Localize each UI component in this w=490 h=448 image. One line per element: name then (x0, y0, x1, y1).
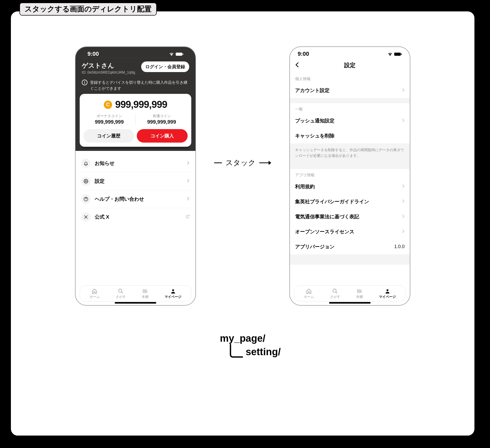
x-logo-icon (81, 212, 91, 222)
svg-rect-9 (394, 53, 401, 56)
svg-point-4 (86, 200, 86, 200)
svg-rect-10 (401, 53, 402, 55)
section-personal: 個人情報 (290, 73, 410, 83)
status-icons (169, 51, 183, 57)
svg-point-11 (333, 289, 336, 292)
coin-buy-button[interactable]: コイン購入 (137, 129, 188, 143)
paid-coin-value: 999,999,999 (136, 119, 188, 125)
bonus-coin-value: 999,999,999 (83, 119, 135, 125)
home-indicator (115, 302, 156, 304)
tab-search[interactable]: さがす (116, 288, 126, 299)
row-telecom-label: 電気通信事業法に基づく表記 (295, 213, 359, 220)
row-version-value: 1.0.0 (394, 244, 405, 249)
tab-home[interactable]: ホーム (304, 288, 314, 299)
svg-point-6 (172, 289, 174, 291)
tab-shelf[interactable]: 本棚 (142, 288, 148, 299)
row-terms-label: 利用規約 (295, 183, 315, 190)
phone-mypage: 9:00 ゲストさん ID: 0eS8zm5RE2qKKURM_1q9g ログイ… (75, 46, 196, 306)
dir-mypage: my_page/ (220, 333, 265, 344)
row-clear-cache[interactable]: キャッシュを削除 (290, 128, 410, 143)
status-bar: 9:00 (290, 47, 410, 59)
tab-home-label: ホーム (304, 295, 314, 299)
chevron-right-icon (187, 197, 190, 202)
row-version: アプリバージョン 1.0.0 (290, 239, 410, 254)
coin-icon: C (104, 101, 112, 109)
bonus-coin-label: ボーナスコイン (83, 114, 135, 118)
menu-help[interactable]: ヘルプ・お問い合わせ (80, 190, 191, 208)
info-icon: i (82, 80, 87, 85)
row-terms[interactable]: 利用規約 (290, 179, 410, 194)
menu-notice-label: お知らせ (95, 160, 182, 167)
cache-note: キャッシュデータを削除すると、作品の再閲覧時にデータの再ダウンロードが必要になる… (290, 143, 410, 164)
chevron-right-icon (402, 88, 405, 93)
tab-home[interactable]: ホーム (90, 288, 100, 299)
tab-shelf-label: 本棚 (142, 295, 148, 299)
coin-history-button[interactable]: コイン履歴 (83, 129, 134, 143)
chevron-right-icon (402, 229, 405, 235)
row-account-label: アカウント設定 (295, 87, 330, 94)
guest-name: ゲストさん (82, 61, 135, 70)
tab-search-label: さがす (116, 295, 126, 299)
row-telecom[interactable]: 電気通信事業法に基づく表記 (290, 209, 410, 224)
svg-point-2 (85, 181, 87, 182)
phone-settings: 9:00 設定 個人情報 アカウント設定 一般 プッシュ通知設定 (289, 46, 410, 306)
tab-search[interactable]: さがす (330, 288, 340, 299)
directory-tree: my_page/ setting/ (11, 333, 474, 360)
row-push[interactable]: プッシュ通知設定 (290, 113, 410, 128)
coin-card: C 999,999,999 ボーナスコイン 999,999,999 有償コイン … (80, 94, 191, 147)
coin-total: 999,999,999 (115, 99, 167, 110)
row-push-label: プッシュ通知設定 (295, 117, 335, 124)
paid-coin-label: 有償コイン (136, 114, 188, 118)
status-time: 9:00 (298, 51, 309, 57)
guest-id: ID: 0eS8zm5RE2qKKURM_1q9g (82, 70, 135, 74)
login-register-button[interactable]: ログイン・会員登録 (141, 61, 189, 72)
tab-home-label: ホーム (90, 295, 100, 299)
chevron-right-icon (402, 184, 405, 190)
row-privacy-label: 集英社プライバシーガイドライン (295, 198, 369, 205)
svg-point-12 (386, 289, 388, 291)
menu-help-label: ヘルプ・お問い合わせ (95, 196, 182, 202)
tab-search-label: さがす (330, 295, 340, 299)
home-indicator (329, 302, 371, 304)
tab-shelf[interactable]: 本棚 (356, 288, 363, 299)
tab-mypage[interactable]: マイページ (165, 288, 181, 299)
tab-shelf-label: 本棚 (356, 295, 363, 299)
row-privacy[interactable]: 集英社プライバシーガイドライン (290, 194, 410, 209)
tab-mypage-label: マイページ (379, 295, 396, 299)
row-oss-label: オープンソースライセンス (295, 228, 354, 235)
tab-bar: ホーム さがす 本棚 マイページ (80, 285, 191, 302)
menu-x-label: 公式 X (95, 214, 181, 220)
tab-mypage-label: マイページ (165, 295, 181, 299)
menu-settings[interactable]: 設定 (80, 172, 191, 190)
info-text: 登録するとデバイスを切り替えた時に購入作品を引き継ぐことができます (90, 80, 189, 91)
dir-setting: setting/ (246, 346, 281, 358)
menu-official-x[interactable]: 公式 X (80, 208, 191, 226)
row-clear-cache-label: キャッシュを削除 (295, 132, 335, 139)
row-account[interactable]: アカウント設定 (290, 83, 410, 98)
external-link-icon (186, 214, 190, 220)
stack-arrow-label: スタック (226, 158, 256, 168)
chevron-right-icon (402, 118, 405, 124)
chevron-right-icon (402, 214, 405, 220)
svg-rect-0 (176, 53, 182, 56)
section-tag: スタックする画面のディレクトリ配置 (19, 3, 157, 16)
section-general: 一般 (290, 103, 410, 113)
settings-title: 設定 (344, 61, 356, 69)
stack-arrow: スタック (214, 158, 271, 168)
chevron-right-icon (187, 179, 190, 184)
chevron-right-icon (187, 161, 190, 166)
svg-rect-1 (182, 53, 183, 55)
status-bar: 9:00 (80, 47, 191, 59)
gear-icon (81, 177, 91, 186)
menu-notice[interactable]: お知らせ (80, 155, 191, 172)
tab-mypage[interactable]: マイページ (379, 288, 396, 299)
chevron-right-icon (402, 199, 405, 205)
help-icon (81, 194, 91, 204)
bell-icon (81, 159, 91, 168)
menu-settings-label: 設定 (95, 178, 182, 185)
status-icons (387, 51, 402, 57)
row-oss[interactable]: オープンソースライセンス (290, 224, 410, 239)
row-version-label: アプリバージョン (295, 243, 335, 250)
back-button[interactable] (295, 61, 299, 69)
tab-bar: ホーム さがす 本棚 マイページ (294, 285, 406, 302)
